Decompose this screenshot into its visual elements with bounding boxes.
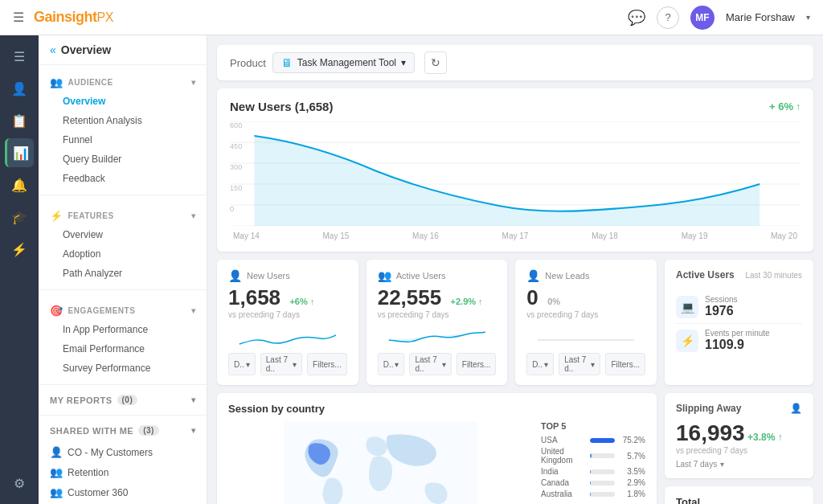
legend-uk: United Kingdom 5.7%	[541, 447, 645, 465]
active-users-ctrl-filters[interactable]: Filters...	[457, 353, 497, 375]
sidebar-icon-menu[interactable]: ☰	[5, 42, 34, 71]
sidebar-icon-alerts[interactable]: 🔔	[5, 170, 34, 199]
new-leads-icon: 👤	[526, 269, 540, 282]
shared-item-customer360[interactable]: 👥 Customer 360	[39, 482, 207, 502]
new-leads-ctrl-filters[interactable]: Filters...	[605, 353, 645, 375]
back-arrow-icon[interactable]: «	[50, 43, 56, 56]
new-users-title-icon: 👤	[228, 269, 242, 282]
legend-india: India 3.5%	[541, 467, 645, 476]
product-selector[interactable]: 🖥 Task Management Tool ▾	[272, 52, 415, 73]
sidebar-item-retention-analysis[interactable]: Retention Analysis	[39, 111, 207, 130]
shared-item-retention-label: Retention	[68, 467, 109, 478]
slipping-chevron[interactable]: ▾	[720, 460, 724, 469]
my-reports-chevron: ▾	[191, 395, 196, 404]
events-stat: ⚡ Events per minute 1109.9	[676, 324, 802, 357]
session-by-country-card: Session by country	[217, 393, 657, 504]
features-section-header[interactable]: ⚡ FEATURES ▾	[39, 207, 207, 225]
trend-up-arrow: ↑	[796, 101, 800, 113]
active-users-ctrl-d[interactable]: D.. ▾	[378, 353, 405, 375]
australia-bar-container	[590, 492, 615, 497]
help-icon[interactable]: ?	[657, 6, 679, 29]
new-users-value: 1,658	[228, 285, 280, 309]
slipping-value: 16,993	[676, 420, 745, 445]
events-value: 1109.9	[705, 338, 802, 352]
sessions-icon: 💻	[676, 296, 698, 318]
sidebar-item-path-analyzer[interactable]: Path Analyzer	[39, 264, 207, 283]
x-label-may20: May 20	[771, 232, 797, 240]
active-users-metric: 👥 Active Users 22,555 +2.9%↑ vs precedin…	[366, 260, 508, 385]
engagements-section-header[interactable]: 🎯 ENGAGEMENTS ▾	[39, 301, 207, 320]
new-leads-metric: 👤 New Leads 0 0% vs preceding 7 days D	[515, 260, 657, 385]
hamburger-icon[interactable]: ☰	[13, 10, 24, 25]
new-leads-subtext: vs preceding 7 days	[526, 310, 645, 319]
features-section: ⚡ FEATURES ▾ Overview Adoption Path Anal…	[39, 199, 207, 286]
slipping-days: Last 7 days ▾	[676, 460, 802, 469]
sidebar-item-email-performance[interactable]: Email Performance	[39, 339, 207, 359]
active-users-metric-icon: 👥	[378, 269, 391, 282]
sidebar-icon-settings[interactable]: ⚙	[5, 469, 34, 498]
shared-item-co-customers[interactable]: 👤 CO - My Customers	[39, 442, 207, 462]
active-users-ctrl-7d[interactable]: Last 7 d.. ▾	[409, 353, 451, 375]
sidebar-item-adoption[interactable]: Adoption	[39, 244, 207, 264]
user-menu-chevron[interactable]: ▾	[806, 13, 810, 22]
engagements-chevron: ▾	[191, 306, 196, 315]
slipping-header: Slipping Away 👤	[676, 403, 802, 414]
new-leads-ctrl-d[interactable]: D.. ▾	[526, 353, 554, 375]
slipping-title: Slipping Away	[676, 403, 741, 414]
india-bar-container	[590, 469, 615, 474]
sidebar-icon-users[interactable]: 👤	[5, 74, 34, 103]
events-info: Events per minute 1109.9	[705, 329, 802, 352]
engagements-label: ENGAGEMENTS	[68, 306, 136, 315]
india-pct: 3.5%	[620, 467, 645, 476]
sidebar-item-overview-audience[interactable]: Overview	[39, 92, 207, 111]
usa-bar-container	[590, 438, 615, 443]
shared-item-retention[interactable]: 👥 Retention	[39, 462, 207, 482]
new-leads-ctrl-7d[interactable]: Last 7 d.. ▾	[559, 353, 600, 375]
chart-trend: + 6% ↑	[769, 100, 800, 113]
message-icon[interactable]: 💬	[628, 9, 645, 27]
tool-icon: 🖥	[281, 56, 293, 69]
x-axis-labels: May 14 May 15 May 16 May 17 May 18 May 1…	[230, 232, 800, 240]
x-label-may19: May 19	[682, 232, 708, 240]
world-map	[228, 421, 533, 504]
top-nav: ☰ GainsightPX 💬 ? MF Marie Forshaw ▾	[0, 0, 823, 35]
new-leads-mini-chart	[526, 324, 645, 348]
events-icon: ⚡	[676, 330, 698, 352]
sidebar-item-query-builder[interactable]: Query Builder	[39, 150, 207, 169]
new-users-ctrl-d[interactable]: D.. ▾	[228, 353, 256, 375]
audience-icon: 👥	[50, 76, 63, 88]
audience-section-header[interactable]: 👥 AUDIENCE ▾	[39, 73, 207, 92]
sidebar-item-survey-performance[interactable]: Survey Performance	[39, 359, 207, 378]
refresh-button[interactable]: ↻	[424, 51, 447, 74]
sidebar-icon-reports[interactable]: 📋	[5, 106, 34, 135]
active-users-trend: +2.9%↑	[451, 297, 483, 306]
bottom-row: Session by country	[217, 393, 813, 504]
audience-chevron: ▾	[191, 78, 196, 87]
sidebar-item-inapp-performance[interactable]: In App Performance	[39, 320, 207, 339]
sidebar-icon-integrations[interactable]: ⚡	[5, 235, 34, 264]
top5-label: TOP 5	[541, 421, 645, 431]
my-reports-section[interactable]: MY REPORTS (0) ▾	[39, 388, 207, 412]
sidebar-item-feedback[interactable]: Feedback	[39, 169, 207, 188]
svg-text:0: 0	[230, 205, 234, 213]
content-header: Product 🖥 Task Management Tool ▾ ↻	[217, 45, 813, 80]
new-leads-controls: D.. ▾ Last 7 d.. ▾ Filters...	[526, 353, 645, 375]
sidebar-icon-learn[interactable]: 🎓	[5, 203, 34, 232]
shared-chevron: ▾	[191, 426, 196, 435]
my-reports-badge: (0)	[117, 395, 138, 405]
engagements-section: 🎯 ENGAGEMENTS ▾ In App Performance Email…	[39, 293, 207, 381]
features-icon: ⚡	[50, 210, 63, 222]
sidebar-item-overview-features[interactable]: Overview	[39, 225, 207, 244]
sidebar-item-funnel[interactable]: Funnel	[39, 130, 207, 150]
uk-bar-container	[590, 453, 615, 458]
chart-card-header: New Users (1,658) + 6% ↑	[230, 100, 800, 113]
avatar: MF	[690, 6, 714, 30]
australia-pct: 1.8%	[620, 490, 645, 498]
new-users-ctrl-7d[interactable]: Last 7 d.. ▾	[260, 353, 302, 375]
shared-item-c360-label: Customer 360	[68, 487, 128, 498]
shared-with-me-section[interactable]: SHARED WITH ME (3) ▾	[39, 419, 207, 442]
new-users-title: 👤 New Users	[228, 269, 347, 282]
sidebar-icon-analytics[interactable]: 📊	[5, 138, 34, 167]
new-users-ctrl-filters[interactable]: Filters...	[307, 353, 347, 375]
x-label-may14: May 14	[233, 232, 260, 240]
